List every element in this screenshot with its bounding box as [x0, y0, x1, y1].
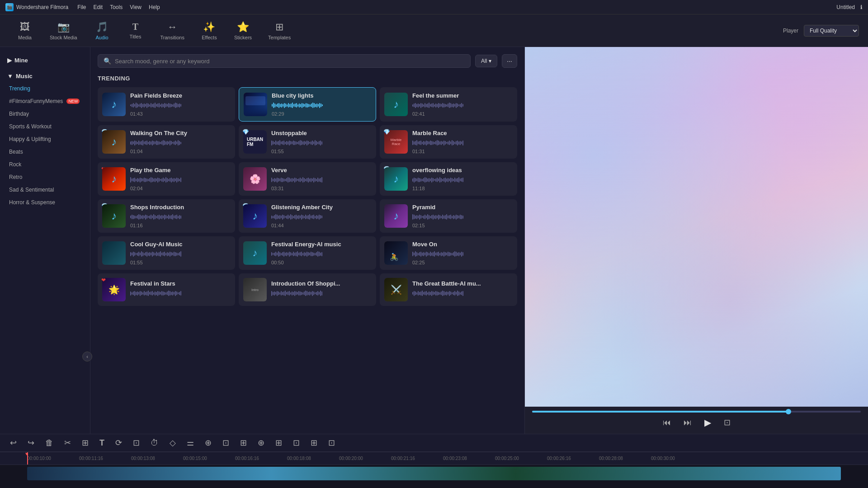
stabilize-button[interactable]: ⊡	[326, 436, 338, 450]
sidebar-item-retro[interactable]: Retro	[0, 171, 90, 183]
tick-label: 00:00:15:00	[183, 456, 207, 461]
ripple-button[interactable]: ⊡	[290, 436, 302, 450]
thumb-icon	[384, 167, 408, 191]
sidebar-item-beats[interactable]: Beats	[0, 145, 90, 158]
sidebar-mine-title[interactable]: ▶ Mine	[0, 54, 90, 66]
music-card-1[interactable]: Pain Fields Breeze 01:43	[98, 87, 235, 122]
delete-button[interactable]: 🗑	[42, 436, 56, 450]
music-card-8[interactable]: 🌸 Verve 03:31	[239, 162, 376, 196]
filter-button[interactable]: All ▾	[475, 55, 497, 67]
track-thumbnail	[102, 241, 126, 265]
crop-button[interactable]: ⊡	[722, 416, 732, 429]
waveform	[130, 175, 231, 184]
keyframe-button[interactable]: ◇	[167, 436, 179, 450]
track-title: Marble Race	[412, 130, 513, 136]
toolbar-media[interactable]: 🖼 Media	[9, 18, 41, 44]
track-thumbnail	[102, 204, 126, 228]
music-card-3[interactable]: Feel the summer 02:41	[380, 87, 517, 122]
zoom-in-button[interactable]: ⊕	[202, 436, 214, 450]
rock-label: Rock	[9, 161, 21, 168]
toolbar-effects[interactable]: ✨ Effects	[193, 18, 225, 44]
toolbar-transitions-label: Transitions	[160, 35, 184, 40]
preview-video	[525, 47, 868, 407]
music-card-9[interactable]: 💎 overflowing ideas 11:18	[380, 162, 517, 196]
music-card-5[interactable]: 💎 URBANFM Unstoppable 01:55	[239, 125, 376, 159]
music-card-13[interactable]: Cool Guy-AI Music 01:55	[98, 236, 235, 270]
heart-icon: ❤	[101, 277, 106, 283]
timeline-tick: 00:00:25:00	[495, 456, 519, 461]
cut-button[interactable]: ✂	[61, 436, 74, 450]
toolbar-templates[interactable]: ⊞ Templates	[261, 18, 298, 44]
sidebar-item-birthday[interactable]: Birthday	[0, 108, 90, 120]
tick-label: 00:00:21:16	[391, 456, 415, 461]
grid-view-button[interactable]: ⊞	[273, 436, 285, 450]
timeline-tick: 00:00:10:00	[27, 456, 51, 461]
music-card-4[interactable]: 💎 Walking On The City 01:04	[98, 125, 235, 159]
music-card-14[interactable]: ♪ Festival Energy-AI music 00:50	[239, 236, 376, 270]
sidebar-item-horror[interactable]: Horror & Suspense	[0, 196, 90, 209]
crop-tool-button[interactable]: ⊞	[79, 436, 91, 450]
timeline-track[interactable]	[27, 467, 841, 480]
play-button[interactable]: ▶	[703, 415, 713, 430]
track-duration: 02:04	[130, 186, 231, 191]
rewind-button[interactable]: ⏮	[661, 416, 673, 429]
track-title: Pyramid	[412, 204, 513, 211]
track-info: Introduction Of Shoppi...	[271, 280, 372, 299]
music-card-10[interactable]: 💎 Shops Introduction 01:16	[98, 199, 235, 233]
speed-button[interactable]: ⊞	[308, 436, 320, 450]
waveform	[130, 249, 231, 258]
search-input[interactable]	[115, 58, 465, 65]
step-back-button[interactable]: ⏭	[682, 416, 693, 429]
music-card-6[interactable]: 💎 MarbleRace Marble Race 01:31	[380, 125, 517, 159]
music-card-15[interactable]: 🚴 Move On 02:25	[380, 236, 517, 270]
menu-help[interactable]: Help	[149, 4, 160, 10]
music-card-18[interactable]: ⚔️ The Great Battle-AI mu...	[380, 273, 517, 306]
split-button[interactable]: ⊡	[220, 436, 232, 450]
menu-file[interactable]: File	[77, 4, 86, 10]
toolbar-stock-label: Stock Media	[50, 35, 77, 40]
track-title: Festival Energy-AI music	[271, 241, 372, 248]
redo-button[interactable]: ↪	[25, 436, 37, 450]
track-title: overflowing ideas	[412, 167, 513, 174]
search-icon: 🔍	[104, 57, 111, 65]
add-marker-button[interactable]: ⊕	[255, 436, 267, 450]
text-tool-button[interactable]: T	[97, 436, 107, 450]
sidebar-collapse-button[interactable]: ‹	[82, 352, 92, 361]
track-duration: 03:31	[271, 186, 372, 191]
undo-button[interactable]: ↩	[7, 436, 19, 450]
music-card-11[interactable]: 💎 Glistening Amber City 01:44	[239, 199, 376, 233]
add-track-button[interactable]: ⊞	[237, 436, 250, 450]
toolbar-stickers[interactable]: ⭐ Stickers	[227, 18, 259, 44]
sidebar-music-title[interactable]: ▼ Music	[0, 70, 90, 82]
sidebar-item-rock[interactable]: Rock	[0, 158, 90, 171]
timeline-playhead[interactable]	[27, 452, 28, 465]
music-card-2[interactable]: Blue city lights 02:29	[239, 87, 376, 122]
toolbar-transitions[interactable]: ↔️ Transitions	[153, 18, 192, 44]
music-card-16[interactable]: ❤ 🌟 Festival in Stars	[98, 273, 235, 306]
menu-edit[interactable]: Edit	[94, 4, 103, 10]
progress-thumb[interactable]	[786, 409, 791, 414]
track-thumbnail: 🌸	[243, 167, 267, 191]
sidebar-item-filmora[interactable]: #FilmoraFunnyMemes NEW	[0, 95, 90, 108]
music-card-17[interactable]: Intro Introduction Of Shoppi...	[239, 273, 376, 306]
menu-tools[interactable]: Tools	[110, 4, 123, 10]
sidebar-item-sports[interactable]: Sports & Workout	[0, 120, 90, 133]
music-card-7[interactable]: ❤ Play the Game 02:04	[98, 162, 235, 196]
timeline-tick: 00:00:30:00	[651, 456, 675, 461]
menu-view[interactable]: View	[130, 4, 142, 10]
music-card-12[interactable]: Pyramid 02:15	[380, 199, 517, 233]
toolbar-titles[interactable]: T Titles	[120, 18, 151, 43]
sidebar-item-sad[interactable]: Sad & Sentimental	[0, 183, 90, 196]
progress-bar[interactable]	[532, 411, 861, 413]
sad-label: Sad & Sentimental	[9, 187, 54, 193]
timer-button[interactable]: ⏱	[148, 436, 161, 450]
sidebar-item-trending[interactable]: Trending	[0, 82, 90, 95]
toolbar-audio[interactable]: 🎵 Audio	[86, 18, 118, 44]
toolbar-stock[interactable]: 📷 Stock Media	[42, 18, 85, 44]
sidebar-item-happy[interactable]: Happy & Uplifting	[0, 133, 90, 145]
transform-button[interactable]: ⊡	[130, 436, 142, 450]
quality-select[interactable]: Full Quality High Quality Medium Quality…	[804, 25, 859, 37]
audio-mix-button[interactable]: ⚌	[184, 436, 197, 450]
rotate-button[interactable]: ⟳	[113, 436, 125, 450]
more-options-button[interactable]: ···	[502, 54, 517, 68]
